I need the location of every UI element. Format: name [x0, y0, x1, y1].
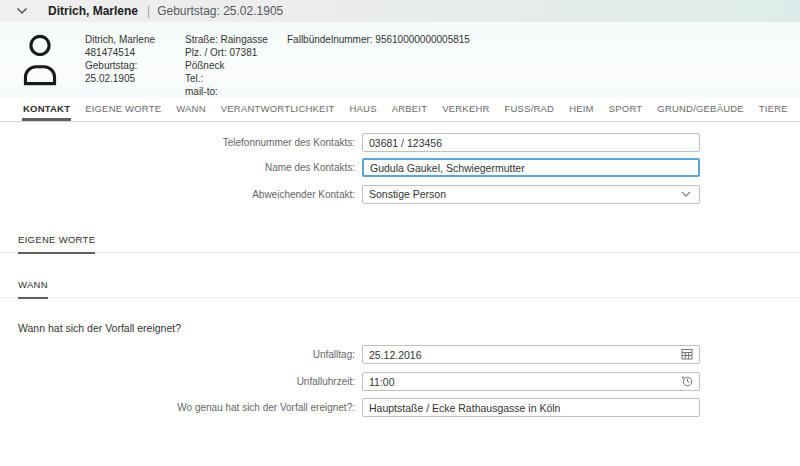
tab-tiere[interactable]: TIERE	[758, 103, 789, 121]
kontakt-name-field-wrap	[362, 158, 700, 177]
unfallort-label: Wo genau hat sich der Vorfall ereignet?:	[0, 402, 362, 413]
form-row-unfallort: Wo genau hat sich der Vorfall ereignet?:	[0, 397, 706, 417]
tab-verkehr[interactable]: VERKEHR	[441, 103, 490, 121]
profile-phone: Tel.:	[185, 72, 287, 85]
tab-haus[interactable]: HAUS	[349, 103, 378, 121]
telefonnummer-field-wrap	[362, 133, 700, 152]
collapse-chevron-icon[interactable]	[16, 7, 28, 15]
tab-sport[interactable]: SPORT	[608, 103, 644, 121]
tab-fuss-rad[interactable]: FUSS/RAD	[504, 103, 556, 121]
app-window: Ditrich, Marlene | Geburtstag: 25.02.190…	[0, 0, 800, 466]
section-title-eigene-worte[interactable]: EIGENE WORTE	[18, 234, 95, 254]
wann-question-text: Wann hat sich der Vorfall ereignet?	[18, 322, 181, 334]
header-separator: |	[147, 4, 150, 18]
form-row-kontakt-name: Name des Kontakts:	[0, 157, 706, 177]
header-birthday: Geburtstag: 25.02.1905	[157, 4, 283, 18]
kontakt-name-input[interactable]	[362, 158, 700, 177]
abweichender-kontakt-label: Abweichender Kontakt:	[0, 189, 362, 200]
form-row-abweichender-kontakt: Abweichender Kontakt: Sonstige Person	[0, 184, 706, 204]
person-icon	[20, 33, 60, 87]
profile-city: Plz. / Ort: 07381 Pößneck	[185, 46, 287, 72]
chevron-down-icon[interactable]	[680, 188, 692, 200]
unfalluhrzeit-field-wrap	[362, 372, 700, 391]
unfalltag-field-wrap	[362, 345, 700, 364]
tab-heim[interactable]: HEIM	[568, 103, 595, 121]
unfallort-field-wrap	[362, 398, 700, 417]
tab-bar: KONTAKT EIGENE WORTE WANN VERANTWORTLICH…	[0, 98, 800, 122]
tab-wann[interactable]: WANN	[175, 103, 206, 121]
form-row-telefonnummer: Telefonnummer des Kontakts:	[0, 132, 706, 152]
profile-id-number: 481474514	[85, 46, 185, 59]
abweichender-kontakt-value: Sonstige Person	[369, 188, 446, 200]
form-row-unfalltag: Unfalltag:	[0, 344, 706, 364]
tab-kontakt[interactable]: KONTAKT	[22, 103, 71, 121]
profile-street: Straße: Raingasse	[185, 33, 287, 46]
tab-verantwortlichkeit[interactable]: VERANTWORTLICHKEIT	[220, 103, 336, 121]
profile-birthday: Geburtstag: 25.02.1905	[85, 59, 185, 85]
header-person-name: Ditrich, Marlene	[48, 4, 138, 18]
profile-identity-column: Ditrich, Marlene 481474514 Geburtstag: 2…	[85, 22, 185, 98]
section-title-wann[interactable]: WANN	[18, 279, 48, 299]
section-wann: WANN	[0, 279, 800, 301]
clock-icon[interactable]	[681, 375, 693, 387]
section-eigene-worte: EIGENE WORTE	[0, 234, 800, 256]
calendar-icon[interactable]	[681, 348, 693, 360]
telefonnummer-input[interactable]	[362, 133, 700, 152]
form-row-unfalluhrzeit: Unfalluhrzeit:	[0, 371, 706, 391]
unfalluhrzeit-label: Unfalluhrzeit:	[0, 376, 362, 387]
avatar	[0, 22, 85, 98]
telefonnummer-label: Telefonnummer des Kontakts:	[0, 137, 362, 148]
section-divider	[0, 297, 800, 298]
tab-eigene-worte[interactable]: EIGENE WORTE	[84, 103, 162, 121]
profile-address-column: Straße: Raingasse Plz. / Ort: 07381 Pößn…	[185, 22, 287, 98]
object-header-bar: Ditrich, Marlene | Geburtstag: 25.02.190…	[0, 0, 800, 22]
profile-case-column: Fallbündelnummer: 95610000000005815	[287, 22, 800, 98]
unfalluhrzeit-input[interactable]	[362, 372, 700, 391]
unfalltag-input[interactable]	[362, 345, 700, 364]
tab-grund-gebaeude[interactable]: GRUND/GEBÄUDE	[656, 103, 745, 121]
tab-arbeit[interactable]: ARBEIT	[391, 103, 429, 121]
section-divider	[0, 252, 800, 253]
person-summary-panel: Ditrich, Marlene 481474514 Geburtstag: 2…	[0, 22, 800, 98]
abweichender-kontakt-select[interactable]: Sonstige Person	[362, 185, 700, 204]
profile-name: Ditrich, Marlene	[85, 33, 185, 46]
profile-mail: mail-to:	[185, 85, 287, 98]
profile-case-number: Fallbündelnummer: 95610000000005815	[287, 33, 800, 46]
unfallort-input[interactable]	[362, 398, 700, 417]
unfalltag-label: Unfalltag:	[0, 349, 362, 360]
kontakt-name-label: Name des Kontakts:	[0, 162, 362, 173]
